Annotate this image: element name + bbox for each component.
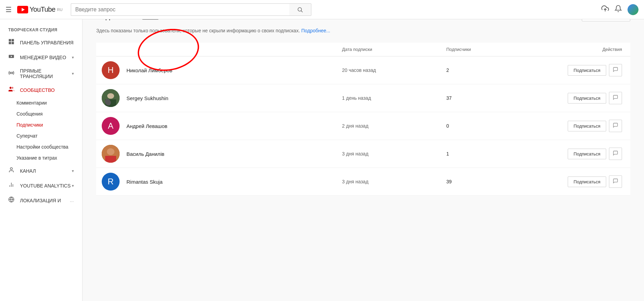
td-date: 3 дня назад: [336, 168, 441, 196]
td-user: А Андрей Левашов: [96, 112, 336, 140]
sidebar-subitem-subscribers[interactable]: Подписчики: [0, 119, 82, 130]
subscribe-button[interactable]: Подписаться: [568, 93, 606, 104]
td-user: R Rimantas Skuja: [96, 168, 336, 196]
user-avatar: [102, 89, 120, 107]
dashboard-icon: [8, 39, 14, 46]
th-actions: Действия: [523, 43, 630, 56]
svg-point-28: [108, 149, 113, 154]
logo-ru: RU: [57, 8, 63, 12]
td-actions: Подписаться: [523, 168, 630, 196]
subscribe-button[interactable]: Подписаться: [568, 65, 606, 76]
sidebar-item-analytics[interactable]: YOUTUBE ANALYTICS ▾: [0, 178, 82, 193]
svg-point-13: [10, 168, 12, 170]
info-link[interactable]: Подробнее...: [301, 28, 330, 33]
sidebar-item-live[interactable]: ПРЯМЫЕ ТРАНСЛЯЦИИ ▾: [0, 65, 82, 83]
user-avatar: R: [102, 173, 120, 191]
message-icon: [613, 67, 618, 72]
table-row: Н Николай Лимберов 20 часов назад 2 Подп…: [96, 56, 630, 84]
user-avatar: А: [102, 117, 120, 135]
info-text: Здесь показаны только пользователи, кото…: [96, 27, 630, 34]
avatar-image: [102, 145, 120, 163]
th-date: Дата подписки: [336, 43, 441, 56]
svg-rect-5: [9, 39, 11, 42]
td-user: Н Николай Лимберов: [96, 56, 336, 84]
analytics-icon: [8, 182, 14, 190]
sidebar-subitem-messages[interactable]: Сообщения: [0, 108, 82, 119]
sidebar-item-channel[interactable]: КАНАЛ ▾: [0, 163, 82, 178]
sidebar-subitem-community-settings[interactable]: Настройки сообщества: [0, 141, 82, 152]
message-button[interactable]: [609, 175, 622, 188]
chevron-down-icon: ▾: [72, 169, 74, 173]
subscribe-button[interactable]: Подписаться: [568, 176, 606, 187]
menu-icon[interactable]: ☰: [5, 6, 12, 14]
td-subs-count: 37: [441, 84, 524, 112]
chevron-down-icon: ▾: [72, 71, 74, 76]
info-text-content: Здесь показаны только пользователи, кото…: [96, 28, 300, 33]
chevron-down-icon: ▾: [72, 55, 74, 60]
svg-rect-27: [105, 156, 116, 163]
table-row: А Андрей Левашов 2 дня назад 0 Подписать…: [96, 112, 630, 140]
svg-line-3: [301, 11, 303, 12]
youtube-logo-icon: [17, 6, 28, 13]
sidebar-item-localization[interactable]: ЛОКАЛИЗАЦИЯ И …: [0, 193, 82, 208]
nav-right: [601, 4, 639, 15]
td-actions: Подписаться: [523, 112, 630, 140]
user-avatar: [628, 4, 639, 15]
sidebar-subitem-credits[interactable]: Указание в титрах: [0, 152, 82, 163]
svg-point-12: [10, 87, 12, 89]
message-button[interactable]: [609, 64, 622, 76]
chevron-down-icon: …: [70, 198, 74, 203]
table-row: R Rimantas Skuja 3 дня назад 39 Подписат…: [96, 168, 630, 196]
search-button[interactable]: [289, 3, 311, 16]
table-row: Sergey Sukhushin 1 день назад 37 Подписа…: [96, 84, 630, 112]
user-avatar: [102, 145, 120, 163]
sidebar-item-community[interactable]: СООБЩЕСТВО: [0, 83, 82, 97]
user-name: Sergey Sukhushin: [126, 95, 168, 101]
community-icon: [8, 86, 14, 94]
td-actions: Подписаться: [523, 84, 630, 112]
search-input[interactable]: [71, 3, 289, 16]
bell-button[interactable]: [614, 5, 622, 14]
message-button[interactable]: [609, 92, 622, 104]
upload-button[interactable]: [601, 5, 609, 14]
td-subs-count: 2: [441, 56, 524, 84]
svg-rect-6: [12, 39, 14, 42]
user-name: Николай Лимберов: [126, 67, 172, 73]
subscribe-button[interactable]: Подписаться: [568, 149, 606, 159]
subscribers-table: Дата подписки Подписчики Действия Н Нико…: [96, 43, 630, 196]
logo-text: YouTube: [30, 6, 55, 13]
sidebar: ТВОРЧЕСКАЯ СТУДИЯ ПАНЕЛЬ УПРАВЛЕНИЯ МЕНЕ…: [0, 19, 82, 282]
table-header: Дата подписки Подписчики Действия: [96, 43, 630, 56]
table-row: Василь Данилів 3 дня назад 1 Подписаться: [96, 140, 630, 168]
sidebar-item-dashboard[interactable]: ПАНЕЛЬ УПРАВЛЕНИЯ: [0, 35, 82, 50]
search-bar: [71, 3, 311, 16]
sidebar-item-label: YOUTUBE ANALYTICS: [20, 183, 71, 189]
svg-point-2: [298, 8, 302, 11]
subscribe-button[interactable]: Подписаться: [568, 121, 606, 131]
sidebar-item-label: СООБЩЕСТВО: [20, 87, 55, 93]
avatar-button[interactable]: [628, 4, 639, 15]
td-actions: Подписаться: [523, 140, 630, 168]
sidebar-subitem-superchat[interactable]: Суперчат: [0, 130, 82, 141]
studio-title: ТВОРЧЕСКАЯ СТУДИЯ: [0, 25, 82, 35]
td-actions: Подписаться: [523, 56, 630, 84]
user-name: Андрей Левашов: [126, 123, 167, 129]
th-name: [96, 43, 336, 56]
user-name: Rimantas Skuja: [126, 179, 163, 185]
message-button[interactable]: [609, 148, 622, 160]
localization-icon: [8, 196, 14, 204]
td-user: Василь Данилів: [96, 140, 336, 168]
message-button[interactable]: [609, 120, 622, 132]
td-subs-count: 1: [441, 140, 524, 168]
td-date: 2 дня назад: [336, 112, 441, 140]
td-user: Sergey Sukhushin: [96, 84, 336, 112]
svg-point-21: [107, 93, 114, 99]
chevron-down-icon: ▾: [72, 183, 74, 188]
sidebar-item-video-manager[interactable]: МЕНЕДЖЕР ВИДЕО ▾: [0, 50, 82, 65]
bell-icon: [614, 5, 622, 12]
logo-link[interactable]: YouTubeRU: [17, 6, 63, 13]
td-date: 1 день назад: [336, 84, 441, 112]
sidebar-subitem-comments[interactable]: Комментарии: [0, 97, 82, 108]
svg-rect-7: [9, 42, 11, 44]
td-date: 3 дня назад: [336, 140, 441, 168]
